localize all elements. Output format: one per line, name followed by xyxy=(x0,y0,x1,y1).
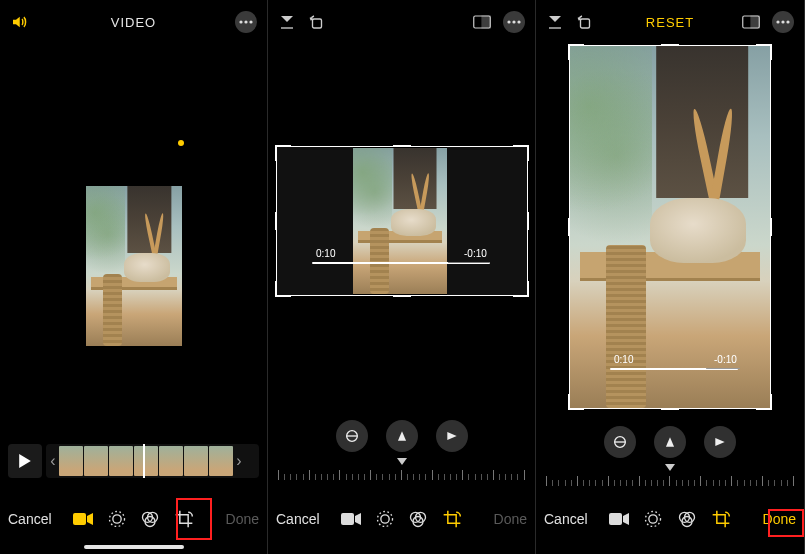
crop-handle-tr[interactable] xyxy=(513,145,529,161)
topbar: RESET xyxy=(536,0,804,44)
edit-video-crop-panel-portrait: RESET 0:10 -0:10 xyxy=(536,0,805,554)
svg-rect-9 xyxy=(313,19,322,28)
crop-tool-row xyxy=(268,420,535,452)
filters-mode-icon[interactable] xyxy=(139,508,161,530)
crop-handle-left[interactable] xyxy=(275,212,277,230)
thumbnail xyxy=(109,446,133,476)
straighten-tool-icon[interactable] xyxy=(604,426,636,458)
volume-icon[interactable] xyxy=(10,13,28,31)
thumbnail xyxy=(159,446,183,476)
bottom-toolbar: Cancel Done xyxy=(0,504,267,534)
angle-marker[interactable] xyxy=(665,464,675,471)
horizontal-perspective-icon[interactable] xyxy=(436,420,468,452)
filters-mode-icon[interactable] xyxy=(676,508,698,530)
angle-ruler[interactable] xyxy=(546,468,794,486)
crop-handle-top[interactable] xyxy=(393,145,411,147)
svg-point-27 xyxy=(781,20,784,23)
crop-handle-top[interactable] xyxy=(661,44,679,46)
more-icon[interactable] xyxy=(235,11,257,33)
cancel-button[interactable]: Cancel xyxy=(544,511,590,527)
thumbnail xyxy=(184,446,208,476)
reset-button[interactable]: RESET xyxy=(646,15,694,30)
horizontal-perspective-icon[interactable] xyxy=(704,426,736,458)
cancel-button[interactable]: Cancel xyxy=(8,511,54,527)
adjust-mode-icon[interactable] xyxy=(642,508,664,530)
trim-end-handle[interactable]: › xyxy=(234,446,244,476)
bottom-toolbar: Cancel Done xyxy=(536,504,804,534)
adjust-mode-icon[interactable] xyxy=(374,508,396,530)
crop-handle-bl[interactable] xyxy=(568,394,584,410)
crop-handle-br[interactable] xyxy=(756,394,772,410)
svg-rect-3 xyxy=(73,513,86,525)
bottom-toolbar: Cancel Done xyxy=(268,504,535,534)
more-icon[interactable] xyxy=(772,11,794,33)
crop-tool-row xyxy=(536,426,804,458)
edit-video-default-panel: VIDEO ‹ › Cancel xyxy=(0,0,268,554)
vertical-perspective-icon[interactable] xyxy=(654,426,686,458)
crop-mode-icon[interactable] xyxy=(173,508,195,530)
crop-handle-bottom[interactable] xyxy=(393,295,411,297)
play-button[interactable] xyxy=(8,444,42,478)
filters-mode-icon[interactable] xyxy=(407,508,429,530)
done-button[interactable]: Done xyxy=(213,511,259,527)
flip-vertical-icon[interactable] xyxy=(278,13,296,31)
cancel-button[interactable]: Cancel xyxy=(276,511,322,527)
time-elapsed: 0:10 xyxy=(316,248,335,259)
svg-rect-25 xyxy=(751,16,759,28)
svg-point-2 xyxy=(249,20,252,23)
svg-point-26 xyxy=(776,20,779,23)
svg-point-1 xyxy=(244,20,247,23)
crop-handle-tl[interactable] xyxy=(568,44,584,60)
done-button[interactable]: Done xyxy=(750,511,796,527)
thumbnail xyxy=(209,446,233,476)
svg-point-19 xyxy=(377,512,392,527)
crop-handle-bl[interactable] xyxy=(275,281,291,297)
svg-point-33 xyxy=(646,512,661,527)
crop-handle-tl[interactable] xyxy=(275,145,291,161)
thumbnail xyxy=(134,446,158,476)
svg-point-13 xyxy=(512,20,515,23)
crop-mode-icon[interactable] xyxy=(441,508,463,530)
svg-rect-31 xyxy=(609,513,622,525)
flip-vertical-icon[interactable] xyxy=(546,13,564,31)
svg-point-4 xyxy=(112,515,120,523)
svg-rect-23 xyxy=(581,19,590,28)
aspect-ratio-icon[interactable] xyxy=(742,13,760,31)
panel-title: VIDEO xyxy=(111,15,156,30)
adjust-mode-icon[interactable] xyxy=(106,508,128,530)
crop-handle-tr[interactable] xyxy=(756,44,772,60)
angle-ruler[interactable] xyxy=(278,462,525,480)
rotate-icon[interactable] xyxy=(576,13,594,31)
video-mode-icon[interactable] xyxy=(608,508,630,530)
trim-start-handle[interactable]: ‹ xyxy=(48,446,58,476)
time-remaining: -0:10 xyxy=(464,248,487,259)
video-mode-icon[interactable] xyxy=(340,508,362,530)
timeline-row: ‹ › xyxy=(8,442,259,480)
crop-handle-right[interactable] xyxy=(770,218,772,236)
crop-handle-br[interactable] xyxy=(513,281,529,297)
angle-marker[interactable] xyxy=(397,458,407,465)
crop-handle-left[interactable] xyxy=(568,218,570,236)
svg-point-5 xyxy=(109,512,124,527)
crop-mode-icon[interactable] xyxy=(710,508,732,530)
aspect-ratio-icon[interactable] xyxy=(473,13,491,31)
playhead[interactable] xyxy=(143,444,145,478)
vertical-perspective-icon[interactable] xyxy=(386,420,418,452)
filmstrip-scrubber[interactable]: ‹ › xyxy=(46,444,259,478)
playback-progress-remaining xyxy=(448,262,490,263)
topbar: VIDEO xyxy=(0,0,267,44)
svg-point-12 xyxy=(507,20,510,23)
crop-frame[interactable] xyxy=(569,45,771,409)
home-indicator[interactable] xyxy=(84,545,184,549)
rotate-icon[interactable] xyxy=(308,13,326,31)
video-preview[interactable] xyxy=(86,186,182,346)
video-mode-icon[interactable] xyxy=(72,508,94,530)
done-button[interactable]: Done xyxy=(481,511,527,527)
playback-progress-remaining xyxy=(706,368,740,369)
more-icon[interactable] xyxy=(503,11,525,33)
crop-handle-bottom[interactable] xyxy=(661,408,679,410)
straighten-tool-icon[interactable] xyxy=(336,420,368,452)
svg-rect-17 xyxy=(341,513,354,525)
crop-handle-right[interactable] xyxy=(527,212,529,230)
crop-frame[interactable] xyxy=(276,146,528,296)
